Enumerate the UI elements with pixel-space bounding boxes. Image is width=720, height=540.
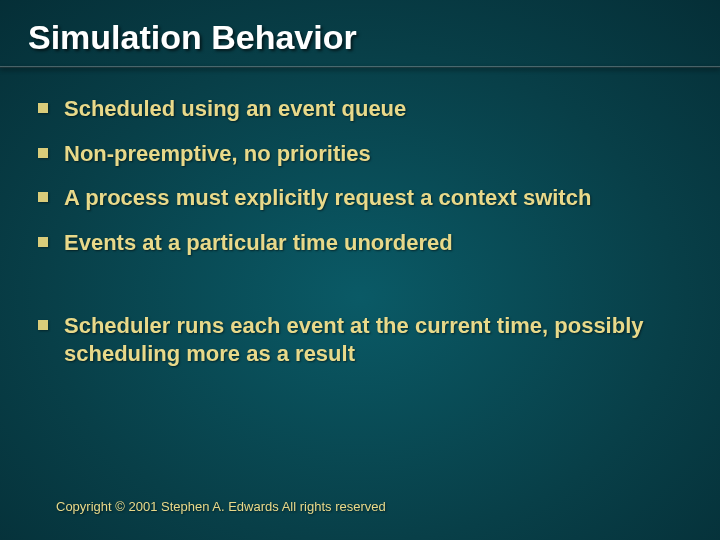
title-divider bbox=[0, 66, 720, 68]
bullet-text: Scheduled using an event queue bbox=[64, 95, 406, 123]
slide: Simulation Behavior Scheduled using an e… bbox=[0, 0, 720, 540]
bullet-icon bbox=[38, 237, 48, 247]
slide-body: Scheduled using an event queue Non-preem… bbox=[28, 95, 692, 367]
list-item: Events at a particular time unordered bbox=[38, 229, 692, 257]
bullet-icon bbox=[38, 320, 48, 330]
list-item: Scheduler runs each event at the current… bbox=[38, 312, 692, 367]
list-item: A process must explicitly request a cont… bbox=[38, 184, 692, 212]
bullet-text: Scheduler runs each event at the current… bbox=[64, 312, 674, 367]
bullet-icon bbox=[38, 103, 48, 113]
bullet-text: A process must explicitly request a cont… bbox=[64, 184, 591, 212]
list-item: Scheduled using an event queue bbox=[38, 95, 692, 123]
bullet-text: Events at a particular time unordered bbox=[64, 229, 453, 257]
bullet-icon bbox=[38, 148, 48, 158]
list-item: Non-preemptive, no priorities bbox=[38, 140, 692, 168]
slide-title: Simulation Behavior bbox=[28, 18, 692, 57]
copyright-footer: Copyright © 2001 Stephen A. Edwards All … bbox=[56, 499, 386, 514]
bullet-text: Non-preemptive, no priorities bbox=[64, 140, 371, 168]
bullet-icon bbox=[38, 192, 48, 202]
